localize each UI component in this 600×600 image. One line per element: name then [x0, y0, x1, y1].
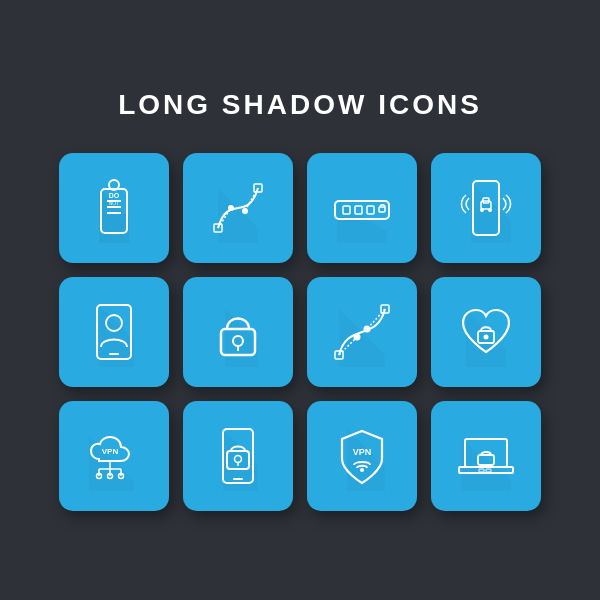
icon-tile-power-strip — [307, 153, 417, 263]
icon-tile-pen-tool — [183, 153, 293, 263]
icon-tile-padlock — [183, 277, 293, 387]
icon-tile-phone-face-id — [59, 277, 169, 387]
svg-point-63 — [360, 468, 364, 472]
svg-marker-35 — [339, 309, 385, 367]
svg-text:NOT: NOT — [109, 200, 120, 206]
svg-rect-20 — [379, 207, 385, 212]
svg-marker-21 — [471, 181, 511, 243]
svg-text:VPN: VPN — [102, 447, 119, 456]
svg-point-25 — [480, 208, 484, 212]
icon-tile-heart-lock — [431, 277, 541, 387]
svg-point-40 — [354, 334, 361, 341]
icon-tile-vpn-shield: VPN — [307, 401, 417, 511]
svg-point-41 — [364, 326, 371, 333]
svg-point-26 — [488, 208, 492, 212]
page-title: LONG SHADOW ICONS — [118, 89, 482, 121]
svg-text:DO: DO — [109, 192, 120, 199]
icon-tile-phone-car — [431, 153, 541, 263]
icon-grid: DO NOT — [59, 153, 541, 511]
svg-point-13 — [228, 205, 234, 211]
icon-tile-laptop-lock — [431, 401, 541, 511]
svg-text:VPN: VPN — [353, 447, 372, 457]
icon-tile-door-hanger: DO NOT — [59, 153, 169, 263]
svg-rect-19 — [367, 206, 374, 214]
svg-point-44 — [484, 335, 489, 340]
icon-tile-phone-lock — [183, 401, 293, 511]
icon-tile-vpn-cloud: VPN — [59, 401, 169, 511]
svg-point-14 — [242, 208, 248, 214]
icon-tile-pen-tool-2 — [307, 277, 417, 387]
